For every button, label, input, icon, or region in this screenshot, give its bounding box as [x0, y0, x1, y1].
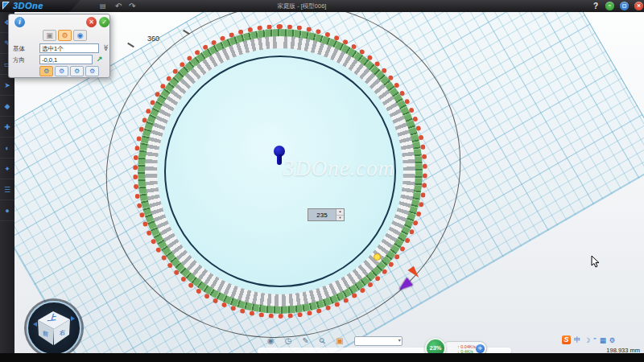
cancel-button[interactable]: ✕ — [86, 17, 97, 27]
mode-button-4[interactable]: ⚙ — [85, 66, 99, 76]
sidebar-item-move[interactable]: ✚ — [0, 117, 14, 138]
bottom-dock: ◉ ◷ ✎ ⚲ ▣ ▾ — [267, 335, 402, 347]
mode-button-2[interactable]: ⚙ — [55, 66, 68, 76]
view-cube[interactable]: 上 前 右 — [25, 299, 83, 353]
punctuation-icon[interactable]: ’’ — [593, 336, 597, 344]
chinese-mode-icon[interactable]: 中 — [574, 335, 581, 345]
confirm-button[interactable]: ✓ — [99, 17, 109, 27]
app-logo-flag-icon — [2, 2, 10, 10]
dropdown-arrow-icon: ▾ — [398, 337, 401, 343]
spin-down-icon[interactable]: ▼ — [336, 216, 344, 221]
bottom-strip — [0, 353, 644, 362]
rotate-left-arrow-icon[interactable] — [33, 322, 37, 327]
halfwidth-moon-icon[interactable]: ☽ — [584, 336, 591, 344]
info-icon: i — [14, 17, 25, 27]
dock-dropdown[interactable]: ▾ — [354, 336, 402, 346]
logo-block: 3DOne — [0, 0, 80, 12]
magnifier-icon[interactable]: ⚲ — [316, 335, 328, 347]
view-cube-right-label: 右 — [60, 328, 65, 338]
window-title: 家庭版 - [模型006] — [229, 0, 374, 12]
expand-chevron-icon[interactable]: ≫ — [102, 44, 109, 51]
mouse-cursor — [591, 256, 601, 269]
brush-icon[interactable]: ✎ — [302, 335, 308, 347]
value-spinner: ▲ ▼ — [308, 208, 345, 221]
sidebar-item-material[interactable]: ✦ — [0, 158, 14, 179]
maximize-button[interactable]: ▢ — [620, 2, 629, 10]
feature-dialog: i ✕ ✓ ▣ ⚙ ◉ 基体 选中1个 ≫ 方向 -0,0,1 ↗ ⚙ ⚙ ⚙ … — [8, 14, 110, 78]
app-logo-text: 3DOne — [13, 1, 43, 10]
dialog-tab-gear-active[interactable]: ⚙ — [58, 30, 72, 41]
dimension-tick — [127, 43, 134, 47]
help-button[interactable]: ? — [593, 0, 598, 12]
sidebar-item-assembly[interactable]: ◆ — [0, 96, 14, 117]
sidebar-item-render[interactable]: ● — [0, 200, 14, 221]
rotate-right-arrow-icon[interactable] — [71, 316, 75, 321]
input-method-bar: S 中 ☽ ’’ ▦ ⚙ — [562, 335, 615, 345]
toolbox-icon[interactable]: ⚙ — [609, 336, 616, 344]
undo-icon[interactable]: ↶ — [115, 0, 122, 12]
direction-label: 方向 — [13, 56, 25, 64]
redo-icon[interactable]: ↷ — [129, 0, 135, 12]
close-button[interactable]: ✕ — [634, 2, 643, 10]
measurement-readout: 198.933 mm — [606, 347, 640, 353]
sogou-logo-icon[interactable]: S — [562, 335, 571, 344]
sidebar-item-constraint[interactable]: ◐ — [0, 138, 14, 158]
spin-up-icon[interactable]: ▲ — [336, 209, 344, 216]
visibility-icon[interactable]: ◉ — [267, 335, 275, 347]
base-body-label: 基体 — [13, 45, 25, 53]
network-speed-pill: ↑ 0.04K/s ↓ 0.4K/s ✛ — [442, 341, 487, 353]
network-tool-icon[interactable]: ✛ — [476, 344, 485, 353]
base-body-input[interactable]: 选中1个 — [39, 43, 99, 53]
minimize-button[interactable]: − — [605, 2, 614, 10]
spinner-buttons: ▲ ▼ — [336, 209, 344, 220]
soft-keyboard-icon[interactable]: ▦ — [600, 336, 606, 344]
mode-button-3[interactable]: ⚙ — [70, 66, 84, 76]
center-pin-stem — [277, 154, 282, 165]
mode-button-1-active[interactable]: ⚙ — [39, 66, 53, 76]
save-icon[interactable]: ▤ — [100, 0, 106, 12]
watermark: 3DOne.com — [262, 156, 415, 181]
title-bar: 3DOne ▤ ↶ ↷ 家庭版 - [模型006] ? − ▢ ✕ — [0, 0, 644, 12]
dialog-tab-sphere[interactable]: ◉ — [73, 30, 87, 41]
direction-pick-icon[interactable]: ↗ — [97, 55, 103, 63]
highlight-vertex — [374, 253, 381, 261]
direction-input[interactable]: -0,0,1 — [39, 55, 93, 64]
dimension-label: 360 — [147, 35, 159, 43]
memory-percent-ball[interactable]: 23% — [425, 338, 446, 353]
sidebar-item-list[interactable]: ☰ — [0, 179, 14, 200]
view-cube-front-label: 前 — [43, 329, 48, 339]
material-box-icon[interactable]: ▣ — [336, 335, 343, 347]
value-input[interactable] — [308, 209, 336, 220]
clock-icon[interactable]: ◷ — [285, 335, 292, 347]
dialog-tab-basic[interactable]: ▣ — [43, 30, 56, 41]
